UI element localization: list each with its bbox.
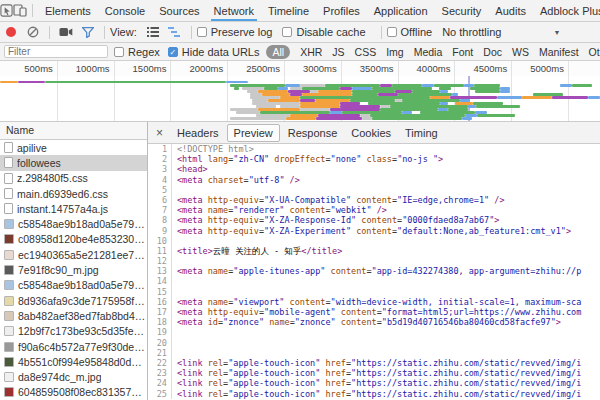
request-row[interactable]: main.d6939ed6.css	[0, 186, 147, 201]
request-row[interactable]: da8e974dc_m.jpg	[0, 369, 147, 384]
tab-application[interactable]: Application	[367, 0, 435, 21]
waterfall-bar	[560, 84, 572, 87]
details-tab-preview[interactable]: Preview	[227, 124, 280, 142]
request-row[interactable]: apilive	[0, 140, 147, 155]
waterfall-bar	[572, 84, 592, 87]
disable-cache-checkbox[interactable]: Disable cache	[282, 26, 365, 38]
filter-type-ws[interactable]: WS	[512, 46, 529, 58]
filter-type-js[interactable]: JS	[332, 46, 344, 58]
tab-elements[interactable]: Elements	[38, 0, 98, 21]
document-file-icon	[4, 203, 13, 214]
checkbox-box[interactable]	[114, 47, 124, 57]
code-line: 13<meta name="apple-itunes-app" content=…	[148, 266, 600, 276]
code-text: <meta name="viewport" content="width=dev…	[172, 297, 600, 307]
request-row[interactable]: f90a6c4b572a77e9f30de153...	[0, 339, 147, 354]
waterfall-bar	[477, 114, 515, 117]
preview-source-code: 1<!DOCTYPE html>2<html lang="zh-CN" drop…	[148, 144, 600, 400]
filter-type-manifest[interactable]: Manifest	[539, 46, 579, 58]
resource-type-filters: AllXHRJSCSSImgMediaFontDocWSManifestOthe…	[261, 45, 600, 59]
device-toolbar-icon[interactable]	[13, 0, 27, 21]
filter-type-other[interactable]: Other	[589, 46, 600, 58]
tab-adblock-plus[interactable]: Adblock Plus	[533, 0, 600, 21]
throttling-select[interactable]: No throttling	[442, 26, 501, 38]
filter-type-img[interactable]: Img	[386, 46, 404, 58]
filter-funnel-icon[interactable]	[77, 22, 99, 42]
checkbox-box[interactable]	[197, 27, 207, 37]
details-tab-bar: × HeadersPreviewResponseCookiesTiming	[148, 122, 600, 144]
details-tab-timing[interactable]: Timing	[399, 125, 444, 141]
details-tab-response[interactable]: Response	[282, 125, 344, 141]
network-overview-waterfall[interactable]	[0, 76, 600, 122]
request-row[interactable]: 604859508f08ec8313573f0e7...	[0, 385, 147, 400]
disable-cache-label: Disable cache	[296, 26, 365, 38]
request-row[interactable]: 8ab482aef38ed7fab8bd4314...	[0, 308, 147, 323]
image-file-icon	[4, 311, 14, 321]
ruler-label: 2000ms	[171, 63, 223, 74]
code-line: 8<meta http-equiv="X-ZA-Response-Id" con…	[148, 215, 600, 225]
waterfall-bar	[372, 117, 462, 120]
name-column-header[interactable]: Name	[0, 122, 147, 140]
waterfall-bar	[552, 96, 588, 99]
offline-checkbox[interactable]: Offline	[387, 26, 433, 38]
tab-timeline[interactable]: Timeline	[261, 0, 316, 21]
divider	[191, 26, 192, 39]
filter-input[interactable]	[4, 45, 108, 58]
waterfall-view-icon[interactable]	[164, 22, 186, 42]
waterfall-bar	[0, 81, 18, 83]
chevron-down-icon[interactable]: ▼	[553, 29, 560, 36]
code-line: 5	[148, 185, 600, 195]
checkbox-box[interactable]	[282, 27, 292, 37]
request-row[interactable]: ec1940365a5e21281ee71856...	[0, 247, 147, 262]
request-row[interactable]: instant.14757a4a.js	[0, 201, 147, 216]
tab-network[interactable]: Network	[207, 0, 261, 21]
regex-checkbox[interactable]: Regex	[114, 46, 160, 58]
filter-type-css[interactable]: CSS	[355, 46, 377, 58]
filter-type-xhr[interactable]: XHR	[300, 46, 322, 58]
request-row[interactable]: z.298480f5.css	[0, 171, 147, 186]
tab-security[interactable]: Security	[435, 0, 489, 21]
filter-type-media[interactable]: Media	[414, 46, 443, 58]
tab-profiles[interactable]: Profiles	[316, 0, 367, 21]
line-number: 2	[148, 154, 172, 164]
hide-data-urls-checkbox[interactable]: ✓ Hide data URLs	[168, 46, 260, 58]
checkbox-box[interactable]: ✓	[168, 47, 178, 57]
code-line: 14	[148, 276, 600, 286]
request-row[interactable]: 12b9f7c173be93c5d35fea2d...	[0, 324, 147, 339]
request-name: c58548ae9b18ad0a5e79fe4e...	[18, 218, 147, 230]
line-number: 3	[148, 164, 172, 174]
filter-type-doc[interactable]: Doc	[483, 46, 502, 58]
filter-type-font[interactable]: Font	[452, 46, 473, 58]
list-view-icon[interactable]	[142, 22, 164, 42]
close-icon[interactable]: ×	[156, 126, 163, 140]
tab-sources[interactable]: Sources	[152, 0, 206, 21]
filter-type-all[interactable]: All	[266, 45, 290, 59]
record-button[interactable]	[0, 22, 22, 42]
request-row[interactable]: c58548ae9b18ad0a5e79fe4e...	[0, 216, 147, 231]
code-line: 19	[148, 327, 600, 337]
checkbox-box[interactable]	[387, 27, 397, 37]
image-file-icon	[4, 296, 14, 306]
code-line: 6<meta http-equiv="X-UA-Compatible" cont…	[148, 195, 600, 205]
details-tab-cookies[interactable]: Cookies	[345, 125, 397, 141]
request-row[interactable]: 7e91f8c90_m.jpg	[0, 262, 147, 277]
request-list: apilivefolloweesz.298480f5.cssmain.d6939…	[0, 140, 147, 400]
gridline	[568, 61, 569, 76]
code-text: <meta charset="utf-8" />	[172, 175, 600, 185]
screenshot-camera-icon[interactable]	[55, 22, 77, 42]
line-number: 5	[148, 185, 172, 195]
request-row[interactable]: 8d936afa9c3de7175958fae5...	[0, 293, 147, 308]
request-row[interactable]: 4b551c0f994e95848d0dda09...	[0, 354, 147, 369]
inspect-element-icon[interactable]	[0, 0, 13, 21]
request-row[interactable]: c58548ae9b18ad0a5e79fe4e...	[0, 278, 147, 293]
code-line: 16<meta name="viewport" content="width=d…	[148, 297, 600, 307]
network-toolbar: View: Preserve log Disable cache Offline…	[0, 22, 600, 43]
code-line: 18<meta id="znonce" name="znonce" conten…	[148, 317, 600, 327]
tab-console[interactable]: Console	[98, 0, 152, 21]
request-row[interactable]: c08958d120be4e853230649...	[0, 232, 147, 247]
code-text: <html lang="zh-CN" dropEffect="none" cla…	[172, 154, 600, 164]
clear-button[interactable]	[22, 22, 44, 42]
details-tab-headers[interactable]: Headers	[171, 125, 225, 141]
request-row[interactable]: followees	[0, 155, 147, 170]
preserve-log-checkbox[interactable]: Preserve log	[197, 26, 273, 38]
tab-audits[interactable]: Audits	[488, 0, 533, 21]
